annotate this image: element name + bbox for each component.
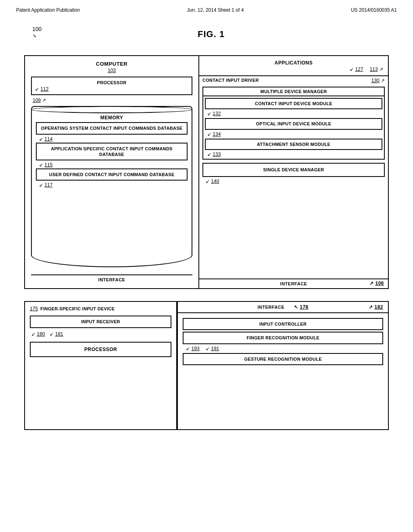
- multiple-device-title: MULTIPLE DEVICE MANAGER: [203, 87, 384, 96]
- ref-140: ↙ 140: [199, 179, 388, 186]
- ref-127-113: ↙ 127 113 ↗: [204, 66, 383, 72]
- contact-driver-header: CONTACT INPUT DRIVER 130 ↗: [199, 76, 388, 85]
- attachment-sensor-module: ATTACHMENT SENSOR MODULE: [205, 139, 382, 150]
- db2-box: APPLICATION SPECIFIC CONTACT INPUT COMMA…: [36, 143, 188, 161]
- ref-178: ↖ 178: [294, 304, 309, 310]
- refs-193-191: ↙ 193 ↙ 191: [183, 346, 383, 351]
- finger-recognition-label: FINGER RECOGNITION MODULE: [187, 335, 379, 341]
- computer-header: COMPUTER: [31, 61, 192, 67]
- applications-label: APPLICATIONS: [204, 60, 383, 66]
- contact-input-driver-label: CONTACT INPUT DRIVER: [202, 78, 259, 83]
- bottom-right-content: INPUT CONTROLLER FINGER RECOGNITION MODU…: [178, 313, 388, 429]
- publication-label: Patent Application Publication: [16, 7, 80, 13]
- patent-number: US 2014/0160035 A1: [351, 7, 397, 13]
- ref-114: ↙ 114: [36, 136, 188, 142]
- gesture-recognition-label: GESTURE RECOGNITION MODULE: [187, 356, 379, 362]
- db2-label: APPLICATION SPECIFIC CONTACT INPUT COMMA…: [40, 146, 184, 158]
- ref-181: ↙ 181: [50, 331, 63, 337]
- ref-175: 175: [30, 306, 38, 312]
- ref-115: ↙ 115: [36, 162, 188, 168]
- optical-input-device-module: OPTICAL INPUT DEVICE MODULE: [205, 118, 382, 129]
- bottom-interface-bar: INTERFACE ↖ 178 ↗ 182: [178, 302, 388, 313]
- ref-106: ↗ 106: [369, 281, 384, 286]
- header-right: US 2014/0160035 A1: [351, 7, 397, 13]
- ref-133: ↙ 133: [203, 152, 384, 157]
- page-header: Patent Application Publication Jun. 12, …: [0, 0, 413, 17]
- refs-180-181: ↙ 180 ↙ 181: [30, 331, 171, 337]
- ref-132: ↙ 132: [203, 111, 384, 116]
- db1-box: OPERATING SYSTEM CONTACT INPUT COMMANDS …: [36, 122, 188, 134]
- header-center: Jun. 12, 2014 Sheet 1 of 4: [187, 7, 244, 13]
- bottom-diagram: 175 FINGER-SPECIFIC INPUT DEVICE INPUT R…: [24, 301, 389, 430]
- contact-input-driver: CONTACT INPUT DRIVER 130 ↗ MULTIPLE DEVI…: [199, 76, 388, 288]
- multiple-device-manager-box: MULTIPLE DEVICE MANAGER CONTACT INPUT DE…: [202, 87, 385, 160]
- ref-130: 130 ↗: [371, 78, 385, 83]
- finger-specific-label: FINGER-SPECIFIC INPUT DEVICE: [40, 306, 115, 312]
- ref-134: ↙ 134: [203, 131, 384, 137]
- bottom-right-area: INTERFACE ↖ 178 ↗ 182 INPUT CONTROLLER F…: [178, 302, 388, 429]
- left-column: COMPUTER 103 PROCESSOR ↙ 112 109 ↗ MEMOR…: [25, 56, 199, 288]
- processor-box-bottom: PROCESSOR: [30, 342, 171, 357]
- ref-112: ↙ 112: [35, 86, 188, 92]
- top-diagram: COMPUTER 103 PROCESSOR ↙ 112 109 ↗ MEMOR…: [24, 55, 389, 289]
- bottom-left-column: 175 FINGER-SPECIFIC INPUT DEVICE INPUT R…: [25, 302, 177, 429]
- input-controller-box: INPUT CONTROLLER: [183, 318, 383, 330]
- header-left: Patent Application Publication: [16, 7, 80, 13]
- right-column: APPLICATIONS ↙ 127 113 ↗ CONTACT INPUT D…: [199, 56, 388, 288]
- processor-box-top: PROCESSOR ↙ 112: [31, 77, 192, 95]
- memory-label: MEMORY: [36, 115, 188, 121]
- ref-117: ↙ 117: [36, 182, 188, 188]
- contact-input-device-module: CONTACT INPUT DEVICE MODULE: [205, 98, 382, 109]
- memory-drum: MEMORY OPERATING SYSTEM CONTACT INPUT CO…: [31, 106, 192, 267]
- diagram-ref-100: 100 ↘: [32, 26, 42, 38]
- ref-103: 103: [31, 68, 192, 73]
- processor-label: PROCESSOR: [35, 80, 188, 85]
- db3-box: USER DEFINED CONTACT INPUT COMMAND DATAB…: [36, 168, 188, 181]
- fig-label: FIG. 1: [198, 29, 225, 39]
- ref-182: ↗ 182: [369, 304, 383, 310]
- db1-label: OPERATING SYSTEM CONTACT INPUT COMMANDS …: [40, 125, 184, 131]
- gesture-recognition-box: GESTURE RECOGNITION MODULE: [183, 353, 383, 365]
- input-receiver-label: INPUT RECEIVER: [34, 319, 167, 324]
- finger-recognition-box: FINGER RECOGNITION MODULE: [183, 332, 383, 344]
- date-sheet-label: Jun. 12, 2014 Sheet 1 of 4: [187, 7, 244, 13]
- db3-label: USER DEFINED CONTACT INPUT COMMAND DATAB…: [40, 172, 184, 177]
- input-receiver-box: INPUT RECEIVER: [30, 316, 171, 328]
- ref-109: 109 ↗: [31, 98, 192, 103]
- interface-bar-left: INTERFACE: [31, 274, 192, 284]
- ref-180: ↙ 180: [31, 331, 45, 337]
- main-content: FIG. 1 100 ↘ COMPUTER 103 PROCESSOR ↙ 11…: [0, 17, 413, 438]
- single-device-manager-box: SINGLE DEVICE MANAGER: [202, 163, 385, 177]
- applications-section: APPLICATIONS ↙ 127 113 ↗: [199, 56, 388, 76]
- bottom-left-header-row: 175 FINGER-SPECIFIC INPUT DEVICE: [30, 306, 171, 312]
- input-controller-label: INPUT CONTROLLER: [187, 321, 379, 327]
- interface-bar-right: INTERFACE ↗ 106: [199, 278, 388, 288]
